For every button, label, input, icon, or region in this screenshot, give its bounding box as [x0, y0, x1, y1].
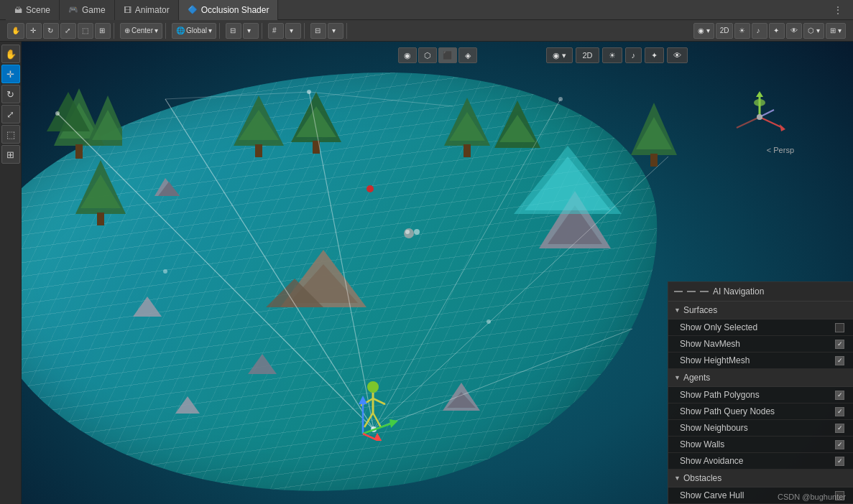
show-path-polygons-row: Show Path Polygons: [668, 387, 853, 403]
show-only-selected-row: Show Only Selected: [668, 319, 853, 336]
agents-section-header[interactable]: ▼ Agents: [668, 369, 853, 387]
aspect-button[interactable]: ⊞ ▾: [826, 23, 846, 39]
move-tool-button[interactable]: ✛: [26, 23, 42, 39]
tab-occlusion-shader[interactable]: 🔷 Occlusion Shader: [179, 0, 279, 20]
ruler-dropdown-button[interactable]: ▾: [328, 23, 343, 39]
snap-button[interactable]: #: [268, 23, 284, 39]
scale-tool-button[interactable]: ⤢: [60, 23, 76, 39]
show-path-query-nodes-label: Show Path Query Nodes: [680, 406, 775, 416]
show-path-query-nodes-checkbox[interactable]: [835, 407, 844, 416]
transform-tool-button[interactable]: ⊞: [95, 23, 111, 39]
surfaces-arrow-icon: ▼: [674, 307, 681, 314]
tab-scene[interactable]: 🏔 Scene: [6, 0, 60, 20]
tab-animator[interactable]: 🎞 Animator: [115, 0, 179, 20]
panel-drag-handle-2: [687, 291, 696, 292]
left-tool-panel: ✋ ✛ ↻ ⤢ ⬚ ⊞: [0, 42, 22, 504]
center-group: ⊕ Center ▾: [117, 23, 166, 39]
speaker-button[interactable]: ♪: [625, 47, 642, 63]
obstacles-arrow-icon: ▼: [674, 475, 681, 482]
sun-button[interactable]: ☀: [602, 47, 622, 63]
scene-viewport[interactable]: < Persp ◉ ⬡ ⬛ ◈ ◉ ▾ 2D ☀ ♪ ✦ 👁 AI Naviga…: [22, 42, 853, 504]
show-heightmesh-row: Show HeightMesh: [668, 353, 853, 369]
show-path-polygons-label: Show Path Polygons: [680, 390, 760, 400]
agents-arrow-icon: ▼: [674, 374, 681, 381]
grid-dropdown-button[interactable]: ▾: [243, 23, 259, 39]
render-mode-button[interactable]: ◉ ▾: [693, 23, 714, 39]
ai-navigation-panel: AI Navigation ▼ Surfaces Show Only Selec…: [668, 281, 853, 504]
show-walls-label: Show Walls: [680, 439, 724, 449]
panel-drag-handle: [674, 291, 683, 292]
ruler-button[interactable]: ⊟: [310, 23, 326, 39]
watermark: CSDN @bughunter: [778, 493, 846, 501]
surfaces-section-title: Surfaces: [683, 305, 717, 315]
occlusion-tab-label: Occlusion Shader: [201, 5, 269, 15]
show-only-selected-checkbox[interactable]: [835, 323, 844, 332]
2d-toggle-button[interactable]: 2D: [576, 47, 599, 63]
lighting-button[interactable]: ☀: [734, 23, 750, 39]
show-navmesh-checkbox[interactable]: [835, 340, 844, 349]
effects-button[interactable]: ✦: [769, 23, 785, 39]
surfaces-section-header[interactable]: ▼ Surfaces: [668, 302, 853, 319]
surfaces-rows: Show Only Selected Show NavMesh Show Hei…: [668, 319, 853, 369]
2d-button[interactable]: 2D: [716, 23, 734, 39]
center-button[interactable]: ⊕ Center ▾: [120, 23, 162, 39]
vp-top-right-controls: ◉ ▾ 2D ☀ ♪ ✦ 👁: [546, 47, 688, 63]
animator-tab-icon: 🎞: [124, 6, 132, 14]
vfx-button[interactable]: ✦: [645, 47, 664, 63]
navigation-gizmo: [731, 88, 788, 146]
wireframe-mode-button[interactable]: ⬡: [418, 47, 437, 63]
hidden-button[interactable]: 👁: [786, 23, 802, 39]
gizmos-button[interactable]: ⬡ ▾: [803, 23, 824, 39]
transform-tool[interactable]: ⊞: [1, 145, 20, 164]
obstacles-section-header[interactable]: ▼ Obstacles: [668, 470, 853, 487]
rect-tool-button[interactable]: ⬚: [78, 23, 93, 39]
tab-game[interactable]: 🎮 Game: [60, 0, 115, 20]
show-avoidance-checkbox[interactable]: [835, 457, 844, 466]
game-tab-label: Game: [82, 5, 106, 15]
shaded-mode-button[interactable]: ◉: [398, 47, 417, 63]
global-label: Global: [186, 27, 207, 34]
animator-tab-label: Animator: [135, 5, 170, 15]
main-area: ✋ ✛ ↻ ⤢ ⬚ ⊞: [0, 42, 853, 504]
rect-select-tool[interactable]: ⬚: [1, 125, 20, 144]
tab-overflow-button[interactable]: ⋮: [829, 4, 847, 16]
show-path-polygons-checkbox[interactable]: [835, 391, 844, 400]
svg-marker-71: [780, 124, 785, 131]
center-dropdown-icon: ▾: [155, 27, 158, 34]
rotate-tool-button[interactable]: ↻: [43, 23, 59, 39]
grid-group: ⊟ ▾: [223, 23, 262, 39]
game-tab-icon: 🎮: [68, 5, 78, 14]
show-navmesh-label: Show NavMesh: [680, 339, 740, 349]
hand-tool-button[interactable]: ✋: [7, 23, 24, 39]
move-tool[interactable]: ✛: [1, 65, 20, 83]
snap-group: # ▾: [265, 23, 305, 39]
global-button[interactable]: 🌐 Global ▾: [172, 23, 216, 39]
audio-button[interactable]: ♪: [752, 23, 767, 39]
show-heightmesh-label: Show HeightMesh: [680, 355, 750, 365]
show-heightmesh-checkbox[interactable]: [835, 356, 844, 365]
show-only-selected-label: Show Only Selected: [680, 322, 757, 332]
agents-section-title: Agents: [683, 373, 710, 383]
svg-point-74: [757, 114, 762, 120]
snap-dropdown-button[interactable]: ▾: [285, 23, 301, 39]
viewport-toolbar: ◉ ⬡ ⬛ ◈: [398, 47, 477, 63]
grid-button[interactable]: ⊟: [226, 23, 241, 39]
show-neighbours-label: Show Neighbours: [680, 423, 748, 433]
diamond-mode-button[interactable]: ◈: [458, 47, 477, 63]
scale-tool[interactable]: ⤢: [1, 105, 20, 123]
global-dropdown-icon: ▾: [208, 27, 212, 34]
show-walls-checkbox[interactable]: [835, 440, 844, 449]
svg-point-69: [754, 99, 765, 106]
hand-tool[interactable]: ✋: [1, 45, 20, 63]
render-path-button[interactable]: ◉ ▾: [546, 47, 573, 63]
tab-bar: 🏔 Scene 🎮 Game 🎞 Animator 🔷 Occlusion Sh…: [0, 0, 853, 20]
main-toolbar: ✋ ✛ ↻ ⤢ ⬚ ⊞ ⊕ Center ▾ 🌐 Global ▾ ⊟ ▾ # …: [0, 20, 853, 42]
show-neighbours-checkbox[interactable]: [835, 424, 844, 433]
rotate-tool[interactable]: ↻: [1, 85, 20, 103]
occlusion-tab-icon: 🔷: [188, 5, 198, 14]
visibility-button[interactable]: 👁: [667, 47, 688, 63]
globe-icon: 🌐: [176, 27, 185, 34]
cube-mode-button[interactable]: ⬛: [438, 47, 457, 63]
svg-line-70: [760, 117, 783, 128]
scene-tab-icon: 🏔: [14, 6, 22, 14]
